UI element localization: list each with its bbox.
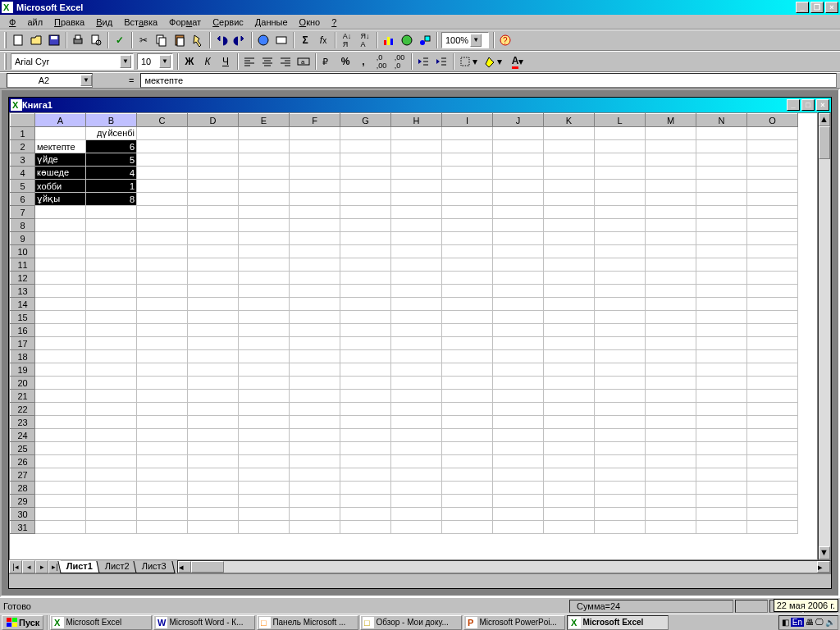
cell-C13[interactable]: [137, 285, 188, 298]
cell-J10[interactable]: [493, 245, 544, 258]
cell-A26[interactable]: [35, 455, 86, 468]
wb-maximize-button[interactable]: □: [801, 99, 815, 111]
cell-K21[interactable]: [544, 390, 595, 403]
cell-C27[interactable]: [137, 468, 188, 482]
cell-A12[interactable]: [35, 272, 86, 285]
cell-K15[interactable]: [544, 311, 595, 324]
cell-H15[interactable]: [391, 311, 442, 324]
cell-F29[interactable]: [290, 495, 340, 508]
cell-D7[interactable]: [188, 206, 239, 219]
cell-F12[interactable]: [290, 272, 340, 285]
cell-G2[interactable]: [340, 140, 391, 153]
cell-H22[interactable]: [391, 403, 442, 416]
cell-F23[interactable]: [290, 416, 340, 429]
cell-F21[interactable]: [290, 390, 340, 403]
col-header-M[interactable]: M: [646, 114, 696, 127]
cell-F14[interactable]: [290, 298, 340, 311]
cell-L26[interactable]: [595, 455, 646, 468]
cell-J4[interactable]: [493, 167, 544, 180]
cell-J7[interactable]: [493, 206, 544, 219]
cell-O4[interactable]: [747, 167, 798, 180]
cell-L19[interactable]: [595, 363, 646, 377]
cell-M20[interactable]: [646, 377, 696, 390]
cell-A21[interactable]: [35, 390, 86, 403]
cell-L30[interactable]: [595, 508, 646, 521]
cell-B30[interactable]: [86, 508, 137, 521]
cell-J12[interactable]: [493, 272, 544, 285]
cell-G23[interactable]: [340, 416, 391, 429]
cell-K2[interactable]: [544, 140, 595, 153]
inc-decimal-button[interactable]: ,0,00: [372, 52, 390, 71]
cell-I19[interactable]: [442, 363, 493, 377]
cell-A2[interactable]: мектепте: [35, 140, 86, 153]
cell-O20[interactable]: [747, 377, 798, 390]
cell-E18[interactable]: [239, 350, 290, 363]
cell-L23[interactable]: [595, 416, 646, 429]
menu-tools[interactable]: Сервис: [207, 16, 249, 28]
cell-H23[interactable]: [391, 416, 442, 429]
cell-F6[interactable]: [290, 193, 340, 206]
web-toolbar-button[interactable]: [272, 31, 290, 49]
cell-M9[interactable]: [646, 232, 696, 245]
cell-F9[interactable]: [290, 232, 340, 245]
cell-N4[interactable]: [696, 167, 747, 180]
cell-K3[interactable]: [544, 153, 595, 167]
cell-O24[interactable]: [747, 429, 798, 442]
cell-M15[interactable]: [646, 311, 696, 324]
cell-E3[interactable]: [239, 153, 290, 167]
cell-J19[interactable]: [493, 363, 544, 377]
cell-E28[interactable]: [239, 482, 290, 495]
cell-B12[interactable]: [86, 272, 137, 285]
cell-H4[interactable]: [391, 167, 442, 180]
copy-button[interactable]: [153, 31, 171, 49]
cell-J8[interactable]: [493, 219, 544, 232]
cell-L20[interactable]: [595, 377, 646, 390]
col-header-F[interactable]: F: [290, 114, 340, 127]
cell-F15[interactable]: [290, 311, 340, 324]
cell-A20[interactable]: [35, 377, 86, 390]
cell-H9[interactable]: [391, 232, 442, 245]
cell-B29[interactable]: [86, 495, 137, 508]
cell-B24[interactable]: [86, 429, 137, 442]
cell-H8[interactable]: [391, 219, 442, 232]
cell-C18[interactable]: [137, 350, 188, 363]
cell-K7[interactable]: [544, 206, 595, 219]
cell-A30[interactable]: [35, 508, 86, 521]
cell-O31[interactable]: [747, 521, 798, 534]
cell-F26[interactable]: [290, 455, 340, 468]
cell-L8[interactable]: [595, 219, 646, 232]
menu-format[interactable]: Формат: [163, 16, 207, 28]
cut-button[interactable]: ✂: [135, 31, 153, 49]
cell-B6[interactable]: 8: [86, 193, 137, 206]
cell-E14[interactable]: [239, 298, 290, 311]
cell-C10[interactable]: [137, 245, 188, 258]
cell-B25[interactable]: [86, 442, 137, 455]
col-header-G[interactable]: G: [340, 114, 391, 127]
cell-E17[interactable]: [239, 337, 290, 350]
paste-button[interactable]: [171, 31, 189, 49]
cell-K9[interactable]: [544, 232, 595, 245]
cell-O25[interactable]: [747, 442, 798, 455]
sort-desc-button[interactable]: Я↓А: [356, 31, 374, 49]
cell-I14[interactable]: [442, 298, 493, 311]
cell-J30[interactable]: [493, 508, 544, 521]
cell-K10[interactable]: [544, 245, 595, 258]
cell-I15[interactable]: [442, 311, 493, 324]
cell-A7[interactable]: [35, 206, 86, 219]
cell-L9[interactable]: [595, 232, 646, 245]
cell-B7[interactable]: [86, 206, 137, 219]
cell-I5[interactable]: [442, 180, 493, 193]
cell-L6[interactable]: [595, 193, 646, 206]
cell-G17[interactable]: [340, 337, 391, 350]
cell-E25[interactable]: [239, 442, 290, 455]
cell-H10[interactable]: [391, 245, 442, 258]
cell-C29[interactable]: [137, 495, 188, 508]
cell-B22[interactable]: [86, 403, 137, 416]
cell-C7[interactable]: [137, 206, 188, 219]
cell-J24[interactable]: [493, 429, 544, 442]
cell-H11[interactable]: [391, 258, 442, 272]
row-header-4[interactable]: 4: [11, 167, 35, 180]
cell-B23[interactable]: [86, 416, 137, 429]
cell-N23[interactable]: [696, 416, 747, 429]
cell-N9[interactable]: [696, 232, 747, 245]
